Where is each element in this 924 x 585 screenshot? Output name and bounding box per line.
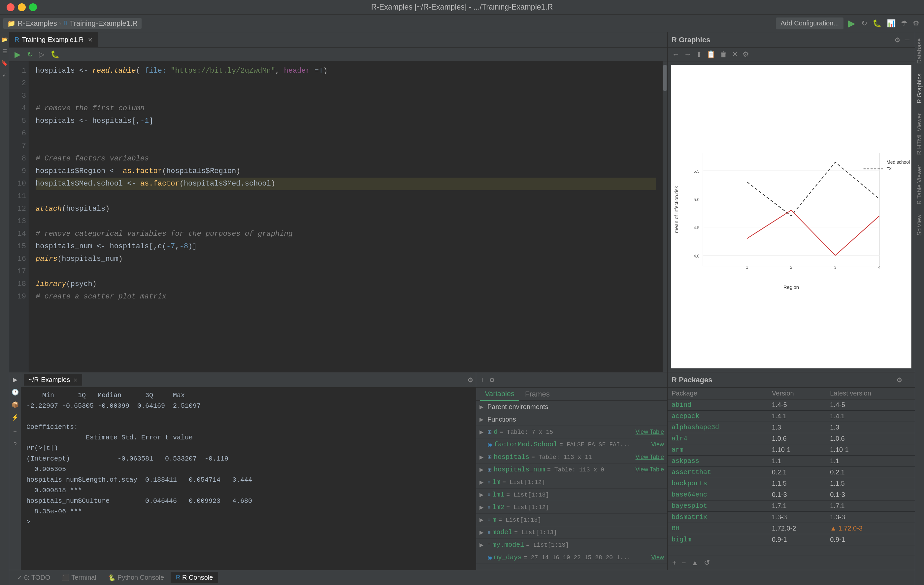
table-row[interactable]: askpass1.11.1 (668, 456, 915, 467)
var-item-factormed[interactable]: ◉ factorMed.School = FALSE FALSE FAI... … (476, 438, 667, 451)
var-item-mydays[interactable]: ◉ my_days = 27 14 16 19 22 15 28 20 1...… (476, 551, 667, 564)
file-tab-training[interactable]: R Training-Example1.R ✕ (9, 32, 98, 47)
table-row[interactable]: assertthat0.2.10.2.1 (668, 467, 915, 478)
bookmarks-icon[interactable]: 🔖 (1, 59, 8, 67)
console-env-icon[interactable]: 📦 (11, 400, 20, 409)
view-link[interactable]: View (651, 554, 664, 561)
rerun-button[interactable]: ↻ (860, 18, 869, 28)
debug-button[interactable]: 🐛 (871, 18, 883, 28)
sidebar-r-html-viewer[interactable]: R HTML Viewer (916, 111, 923, 157)
editor-step-button[interactable]: ▷ (38, 50, 46, 59)
view-table-link[interactable]: View Table (635, 454, 664, 461)
var-item-functions[interactable]: ▶ Functions (476, 413, 667, 426)
var-item-lm1[interactable]: ▶ ≡ lm1 = List[1:13] (476, 489, 667, 501)
var-item-hospitals[interactable]: ▶ ⊞ hospitals = Table: 113 x 11 View Tab… (476, 451, 667, 464)
sidebar-sciview[interactable]: SciView (916, 212, 923, 238)
pkg-col-name[interactable]: Package (668, 388, 768, 400)
structure-icon[interactable]: ☰ (1, 48, 8, 55)
pkg-add-button[interactable]: + (671, 558, 678, 568)
table-row[interactable]: BH1.72.0-2▲ 1.72.0-3 (668, 523, 915, 534)
table-row[interactable]: backports1.1.51.1.5 (668, 478, 915, 489)
settings-toolbar-button[interactable]: ⚙ (911, 18, 921, 28)
console-run-icon[interactable]: ▶ (11, 375, 20, 384)
tab-r-console[interactable]: R R Console (171, 572, 218, 583)
table-row[interactable]: alr41.0.61.0.6 (668, 433, 915, 445)
graphics-close-button[interactable]: ✕ (731, 50, 739, 59)
tab-variables[interactable]: Variables (480, 388, 519, 401)
table-row[interactable]: alphashape3d1.31.3 (668, 422, 915, 433)
tab-todo[interactable]: ✓ 6: TODO (12, 572, 55, 583)
project-breadcrumb[interactable]: 📁 R-Examples › R Training-Example1.R (3, 18, 142, 29)
packages-settings-button[interactable]: ⚙ (895, 375, 904, 385)
code-content[interactable]: hospitals <- read.table( file: "https://… (29, 61, 663, 372)
code-line-8: # Create factors variables (36, 152, 656, 165)
close-button[interactable] (7, 3, 15, 11)
graphics-export2-button[interactable]: 📋 (705, 50, 717, 59)
var-item-d[interactable]: ▶ ⊞ d = Table: 7 x 15 View Table (476, 426, 667, 438)
console-content[interactable]: Min 1Q Median 3Q Max -2.22907 -0.65305 -… (21, 388, 476, 570)
pkg-refresh-button[interactable]: ↺ (703, 558, 711, 568)
table-row[interactable]: bdsmatrix1.3-31.3-3 (668, 512, 915, 523)
view-table-link[interactable]: View Table (635, 428, 664, 435)
editor-scrollbar[interactable] (663, 61, 667, 372)
tab-terminal[interactable]: ⬛ Terminal (57, 572, 102, 583)
var-item-mymodel[interactable]: ▶ ≡ my.model = List[1:13] (476, 539, 667, 551)
var-settings-button[interactable]: ⚙ (488, 375, 496, 385)
graphics-forward-button[interactable]: → (683, 50, 693, 59)
pkg-col-version[interactable]: Version (768, 388, 826, 400)
r-file-icon: R (15, 36, 19, 44)
console-tab-close[interactable]: ✕ (73, 377, 78, 383)
table-row[interactable]: acepack1.4.11.4.1 (668, 411, 915, 422)
console-tab-label[interactable]: ~/R-Examples ✕ (24, 374, 82, 386)
todo-icon[interactable]: ✓ (1, 71, 8, 79)
table-row[interactable]: abind1.4-51.4-5 (668, 400, 915, 411)
var-item-model[interactable]: ▶ ≡ model = List[1:13] (476, 526, 667, 539)
pkg-remove-button[interactable]: − (680, 558, 687, 568)
run-button[interactable]: ▶ (846, 18, 857, 29)
console-format-icon[interactable]: ⚡ (11, 413, 20, 422)
graphics-delete-button[interactable]: 🗑 (719, 50, 729, 59)
python-tab-icon: 🐍 (108, 574, 116, 582)
table-row[interactable]: arm1.10-11.10-1 (668, 445, 915, 456)
tab-frames[interactable]: Frames (520, 388, 554, 400)
maximize-button[interactable] (29, 3, 37, 11)
console-help-icon[interactable]: ? (11, 440, 20, 449)
graphics-export-button[interactable]: ⬆ (695, 50, 703, 59)
editor-run-button[interactable]: ▶ (13, 50, 22, 59)
sidebar-r-graphics[interactable]: R Graphics (916, 71, 923, 106)
project-view-icon[interactable]: 📂 (1, 36, 8, 43)
editor-rerun-button[interactable]: ↻ (26, 50, 34, 59)
pkg-up-button[interactable]: ▲ (690, 558, 700, 568)
table-row[interactable]: biglm0.9-10.9-1 (668, 534, 915, 545)
sidebar-database[interactable]: Database (916, 36, 923, 66)
add-configuration-button[interactable]: Add Configuration... (776, 18, 843, 30)
var-item-m[interactable]: ▶ ≡ m = List[1:13] (476, 514, 667, 526)
console-add-icon[interactable]: + (11, 427, 20, 436)
graphics-options-button[interactable]: ⚙ (741, 50, 751, 59)
table-row[interactable]: base64enc0.1-30.1-3 (668, 489, 915, 501)
view-table-link[interactable]: View Table (635, 466, 664, 473)
graphics-back-button[interactable]: ← (671, 50, 681, 59)
close-tab-icon[interactable]: ✕ (88, 36, 93, 44)
coverage-button[interactable]: ☂ (899, 18, 909, 28)
minimize-button[interactable] (18, 3, 26, 11)
console-gear-icon[interactable]: ⚙ (467, 376, 473, 384)
sidebar-r-table-viewer[interactable]: R Table Viewer (916, 162, 923, 207)
console-clock-icon[interactable]: 🕐 (11, 388, 20, 397)
packages-minimize-button[interactable]: ─ (904, 375, 911, 384)
table-row[interactable]: bayesplot1.7.11.7.1 (668, 501, 915, 512)
var-item-parent-envs[interactable]: ▶ Parent environments (476, 401, 667, 413)
pkg-col-latest[interactable]: Latest version (826, 388, 915, 400)
var-item-lm[interactable]: ▶ ≡ lm = List[1:12] (476, 476, 667, 489)
view-link[interactable]: View (651, 441, 664, 448)
code-editor[interactable]: 1 2 3 4 5 6 7 8 9 10 11 12 13 (9, 61, 667, 372)
graphics-minimize-button[interactable]: ─ (904, 35, 911, 44)
tab-python-console[interactable]: 🐍 Python Console (103, 572, 169, 583)
graphics-settings-button[interactable]: ⚙ (893, 35, 902, 45)
var-item-hospitals-num[interactable]: ▶ ⊞ hospitals_num = Table: 113 x 9 View … (476, 464, 667, 476)
editor-debug-button[interactable]: 🐛 (49, 50, 61, 59)
packages-table-container[interactable]: Package Version Latest version abind1.4-… (668, 388, 915, 555)
profile-button[interactable]: 📊 (885, 18, 897, 28)
var-item-lm2[interactable]: ▶ ≡ lm2 = List[1:12] (476, 501, 667, 514)
var-add-button[interactable]: + (479, 375, 486, 385)
